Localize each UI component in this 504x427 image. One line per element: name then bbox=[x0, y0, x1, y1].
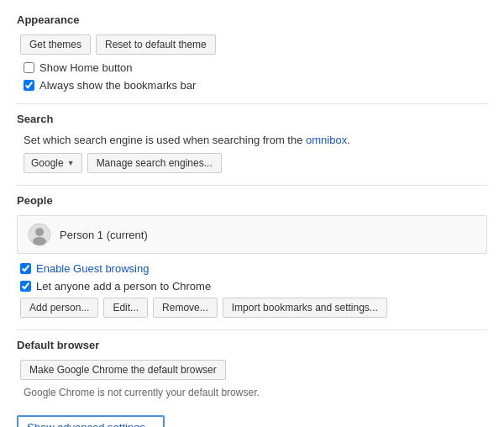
enable-guest-label[interactable]: Enable Guest browsing bbox=[36, 262, 149, 275]
remove-button[interactable]: Remove... bbox=[153, 298, 218, 318]
svg-point-1 bbox=[35, 228, 44, 236]
search-desc-after: . bbox=[347, 134, 350, 146]
let-anyone-checkbox[interactable] bbox=[20, 281, 31, 292]
default-browser-section: Default browser Make Google Chrome the d… bbox=[17, 339, 487, 398]
appearance-title: Appearance bbox=[17, 13, 487, 26]
default-browser-title: Default browser bbox=[17, 339, 487, 351]
show-home-button-row: Show Home button bbox=[20, 61, 487, 74]
appearance-section: Appearance Get themes Reset to default t… bbox=[17, 13, 487, 92]
search-desc-before: Set which search engine is used when sea… bbox=[24, 134, 306, 146]
search-title: Search bbox=[17, 113, 487, 125]
reset-theme-button[interactable]: Reset to default theme bbox=[96, 34, 216, 55]
import-bookmarks-button[interactable]: Import bookmarks and settings... bbox=[223, 298, 387, 318]
edit-button[interactable]: Edit... bbox=[103, 298, 148, 318]
divider-3 bbox=[17, 329, 487, 330]
search-engine-dropdown[interactable]: Google ▼ bbox=[24, 153, 82, 173]
svg-point-2 bbox=[33, 237, 46, 245]
show-bookmarks-label[interactable]: Always show the bookmarks bar bbox=[39, 79, 196, 92]
chevron-down-icon: ▼ bbox=[67, 159, 75, 167]
manage-search-engines-button[interactable]: Manage search engines... bbox=[87, 153, 222, 173]
search-section: Search Set which search engine is used w… bbox=[17, 113, 487, 173]
avatar-icon bbox=[28, 223, 51, 246]
add-person-button[interactable]: Add person... bbox=[20, 298, 98, 318]
search-engine-label: Google bbox=[31, 157, 64, 169]
make-default-browser-button[interactable]: Make Google Chrome the default browser bbox=[20, 360, 226, 380]
enable-guest-row: Enable Guest browsing bbox=[17, 262, 487, 275]
show-home-button-label[interactable]: Show Home button bbox=[39, 61, 133, 74]
people-section: People Person 1 (current) Enable Guest b… bbox=[17, 194, 487, 318]
show-advanced-container: Show advanced settings... bbox=[17, 403, 487, 427]
people-title: People bbox=[17, 194, 487, 207]
person-actions-row: Add person... Edit... Remove... Import b… bbox=[17, 298, 487, 318]
theme-buttons-row: Get themes Reset to default theme bbox=[20, 34, 487, 55]
show-home-button-checkbox[interactable] bbox=[24, 62, 34, 73]
divider-2 bbox=[17, 185, 487, 186]
show-advanced-settings-button[interactable]: Show advanced settings... bbox=[17, 415, 165, 427]
person-name: Person 1 (current) bbox=[60, 229, 148, 241]
person-card[interactable]: Person 1 (current) bbox=[17, 215, 487, 254]
let-anyone-row: Let anyone add a person to Chrome bbox=[17, 280, 487, 293]
show-bookmarks-checkbox[interactable] bbox=[24, 80, 34, 91]
get-themes-button[interactable]: Get themes bbox=[20, 34, 91, 55]
let-anyone-label[interactable]: Let anyone add a person to Chrome bbox=[36, 280, 211, 293]
enable-guest-checkbox[interactable] bbox=[20, 263, 31, 274]
show-bookmarks-row: Always show the bookmarks bar bbox=[20, 79, 487, 92]
search-engine-row: Google ▼ Manage search engines... bbox=[20, 153, 487, 173]
divider-1 bbox=[17, 103, 487, 104]
omnibox-link[interactable]: omnibox bbox=[306, 134, 347, 146]
enable-guest-link[interactable]: Enable Guest browsing bbox=[36, 262, 149, 275]
default-browser-note: Google Chrome is not currently your defa… bbox=[20, 387, 487, 398]
search-description: Set which search engine is used when sea… bbox=[20, 134, 487, 146]
